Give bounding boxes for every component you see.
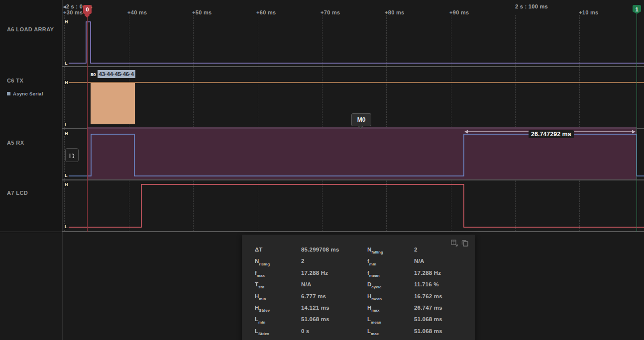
stats-label: Dcycle — [367, 281, 381, 289]
timing-marker-0[interactable]: 0 — [83, 5, 92, 14]
stats-row: LStdev0 sLmax51.068 ms — [242, 328, 475, 340]
stats-label: fmean — [367, 270, 380, 277]
stats-value: 85.299708 ms — [301, 247, 339, 253]
stats-row: fmax17.288 Hzfmean17.288 Hz — [242, 270, 475, 281]
channel-label-a7[interactable]: A7 LCD — [7, 190, 28, 196]
channel-panel — [0, 0, 62, 232]
stats-label: Lmean — [367, 316, 381, 324]
stats-value: 2 — [301, 258, 305, 264]
stats-value: 2 — [414, 247, 418, 253]
measurement-arrowhead — [464, 130, 468, 134]
logic-analyzer-app: ◂2 s : 0 ms2 s : 100 ms+30 ms+40 ms+50 m… — [0, 0, 644, 340]
level-chip: H — [64, 19, 69, 24]
stats-label: Lmin — [255, 316, 265, 324]
trigger-edge-icon — [68, 151, 76, 160]
stats-value: 6.777 ms — [301, 293, 326, 299]
waveform-a6-load-array — [64, 22, 644, 63]
stats-label: fmin — [367, 258, 376, 265]
stats-row: Hmin6.777 msHmean16.762 ms — [242, 293, 475, 305]
stats-label: ΔT — [255, 247, 262, 253]
level-chip: L — [64, 173, 69, 178]
analyzer-row[interactable]: Async Serial — [7, 91, 43, 96]
stats-label: Nrising — [255, 258, 270, 265]
level-chip: L — [64, 224, 69, 229]
trigger-button[interactable] — [65, 148, 79, 162]
level-chip: L — [64, 61, 69, 66]
stats-label: Lmax — [367, 328, 379, 336]
stats-label: Hmin — [255, 293, 266, 301]
stats-value: 51.068 ms — [414, 328, 442, 334]
stats-value: 17.288 Hz — [301, 270, 328, 276]
stats-value: N/A — [414, 258, 424, 264]
stats-row: HStdev14.121 msHmax26.747 ms — [242, 305, 475, 316]
marker-m0[interactable]: M0 — [351, 113, 371, 126]
channel-label-a5[interactable]: A5 RX — [7, 140, 24, 146]
waveform-a7-lcd — [64, 184, 644, 227]
measurement-stats-panel: ΔT85.299708 msNfalling2Nrising2fminN/Afm… — [242, 235, 475, 340]
measurement-label: 26.747292 ms — [529, 130, 574, 138]
stats-value: 16.762 ms — [414, 293, 442, 299]
analyzer-bullet-icon — [7, 92, 10, 95]
level-chip: H — [64, 182, 69, 187]
stats-label: fmax — [255, 270, 265, 277]
level-chip: L — [64, 122, 69, 127]
stats-value: 51.068 ms — [301, 316, 329, 322]
timing-marker-0-line — [87, 14, 88, 232]
stats-label: Nfalling — [367, 247, 383, 254]
stats-label: Hmean — [367, 293, 382, 301]
stats-label: HStdev — [255, 305, 270, 312]
channel-label-a6[interactable]: A6 LOAD ARRAY — [7, 26, 54, 32]
stats-row: TstdN/ADcycle11.716 % — [242, 281, 475, 293]
channel-label-c6[interactable]: C6 TX — [7, 78, 23, 84]
stats-row: Nrising2fminN/A — [242, 258, 475, 269]
stats-value: 14.121 ms — [301, 305, 329, 311]
stats-value: 0 s — [301, 328, 310, 334]
stats-value: N/A — [301, 281, 311, 287]
export-data-icon[interactable] — [451, 240, 458, 247]
stats-row: Lmin51.068 msLmean51.068 ms — [242, 316, 475, 328]
level-chip: H — [64, 80, 69, 85]
level-chip: H — [64, 131, 69, 136]
stats-row: ΔT85.299708 msNfalling2 — [242, 247, 475, 258]
stats-value: 11.716 % — [414, 281, 439, 287]
copy-icon[interactable] — [461, 240, 468, 247]
measurement-arrowhead — [632, 130, 636, 134]
byte-count-badge: 80 — [89, 70, 98, 78]
byte-values-text: 43·44·45·46·4 — [98, 70, 135, 78]
waveform-a5-rx — [64, 134, 644, 176]
timing-marker-1-line — [637, 14, 637, 232]
stats-value: 51.068 ms — [414, 316, 442, 322]
analyzer-label: Async Serial — [13, 91, 43, 96]
stats-label: LStdev — [255, 328, 269, 336]
serial-byte-tooltip: 80 43·44·45·46·4 — [89, 70, 135, 78]
stats-value: 26.747 ms — [414, 305, 442, 311]
stats-value: 17.288 Hz — [414, 270, 441, 276]
stats-label: Tstd — [255, 281, 264, 289]
stats-label: Hmax — [367, 305, 379, 312]
